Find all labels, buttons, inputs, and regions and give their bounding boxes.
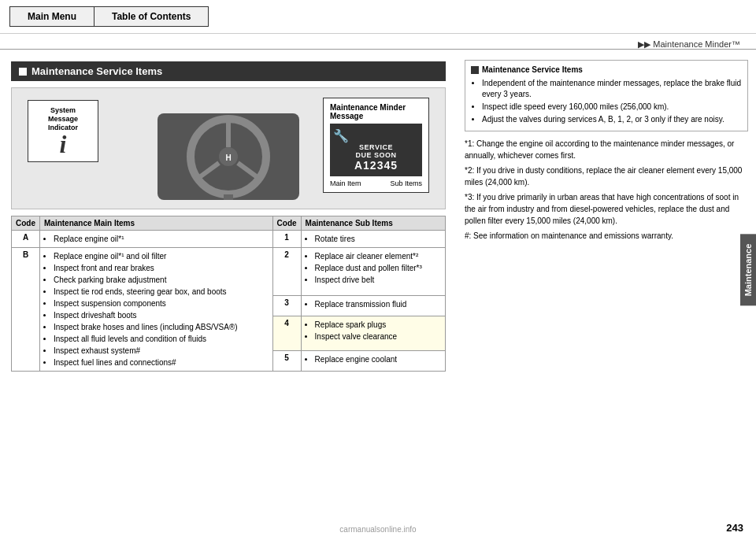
col-sub-items: Maintenance Sub Items (301, 216, 445, 231)
main-menu-button[interactable]: Main Menu (9, 6, 94, 27)
service-display: 🔧 SERVICE DUE SOON A12345 (330, 124, 422, 176)
svg-rect-7 (224, 194, 233, 200)
table-cell-items-3: Replace transmission fluid (301, 296, 445, 316)
table-cell-code-4: 4 (272, 316, 301, 351)
list-item: Replace engine oil*¹ (54, 233, 269, 245)
list-item: Inspect exhaust system# (54, 345, 269, 357)
list-item: Inspect driveshaft boots (54, 309, 269, 321)
breadcrumb: ▶▶ Maintenance Minder™ (638, 39, 740, 50)
steering-wheel-diagram: H (158, 98, 299, 200)
right-sidebar: Maintenance Service Items Independent of… (457, 54, 756, 540)
list-item: Inspect suspension components (54, 298, 269, 309)
list-item: Replace engine coolant (315, 353, 441, 365)
table-cell-items-b: Replace engine oil*¹ and oil filterInspe… (40, 248, 273, 372)
table-cell-code-a: A (12, 231, 40, 248)
footnote: *3: If you drive primarily in urban area… (465, 191, 748, 227)
main-layout: Maintenance Service Items System Message… (0, 54, 756, 540)
toc-button[interactable]: Table of Contents (94, 6, 209, 27)
right-tab: Maintenance (740, 235, 756, 306)
table-cell-code-1: 1 (272, 231, 301, 248)
service-title: SERVICE (333, 143, 419, 151)
sub-items-label: Sub Items (390, 179, 422, 187)
list-item: Inspect valve clearance (315, 331, 441, 342)
footnotes: *1: Change the engine oil according to t… (465, 138, 748, 242)
breadcrumb-text: ▶▶ Maintenance Minder™ (638, 39, 740, 49)
list-item: Inspect all fluid levels and condition o… (54, 333, 269, 345)
list-item: Inspect front and rear brakes (54, 262, 269, 274)
list-item: Replace engine oil*¹ and oil filter (54, 250, 269, 262)
right-tab-label: Maintenance (743, 244, 753, 297)
minder-message-box: Maintenance MinderMessage 🔧 SERVICE DUE … (323, 98, 429, 193)
table-cell-code-3: 3 (272, 296, 301, 316)
wrench-icon: 🔧 (333, 128, 419, 143)
list-item: Inspect tie rod ends, steering gear box,… (54, 286, 269, 298)
minder-box-title: Maintenance MinderMessage (330, 103, 422, 120)
left-content: Maintenance Service Items System Message… (0, 54, 457, 540)
footnote: *1: Change the engine oil according to t… (465, 138, 748, 161)
list-item: Replace spark plugs (315, 319, 441, 331)
section-title: Maintenance Service Items (32, 65, 162, 77)
section-icon (19, 68, 27, 76)
col-code-2: Code (272, 216, 301, 231)
watermark: carmanualsonline.info (339, 525, 416, 534)
note-title: Maintenance Service Items (471, 65, 742, 76)
diagram-area: System MessageIndicator i H (11, 87, 446, 209)
note-list: Independent of the maintenance minder me… (471, 78, 742, 125)
col-code-1: Code (12, 216, 40, 231)
list-item: Check parking brake adjustment (54, 274, 269, 286)
minder-labels: Main Item Sub Items (330, 179, 422, 187)
list-item: Inspect brake hoses and lines (including… (54, 321, 269, 333)
indicator-label: System MessageIndicator (48, 106, 78, 131)
service-code: A12345 (333, 159, 419, 172)
list-item: Inspect drive belt (315, 274, 441, 286)
table-cell-items-5: Replace engine coolant (301, 351, 445, 372)
table-cell-items-1: Rotate tires (301, 231, 445, 248)
note-title-text: Maintenance Service Items (482, 65, 583, 76)
note-list-item: Independent of the maintenance minder me… (482, 78, 742, 100)
section-header: Maintenance Service Items (11, 61, 446, 81)
top-navigation: Main Menu Table of Contents (0, 0, 756, 34)
table-cell-code-2: 2 (272, 248, 301, 296)
footnote: *2: If you drive in dusty conditions, re… (465, 165, 748, 188)
page-number: 243 (726, 522, 743, 534)
note-icon (471, 66, 479, 74)
table-cell-code-5: 5 (272, 351, 301, 372)
note-list-item: Inspect idle speed every 160,000 miles (… (482, 102, 742, 113)
list-item: Inspect fuel lines and connections# (54, 357, 269, 368)
list-item: Replace air cleaner element*² (315, 250, 441, 262)
list-item: Rotate tires (315, 233, 441, 245)
service-due: DUE SOON (333, 151, 419, 159)
note-list-item: Adjust the valves during services A, B, … (482, 114, 742, 125)
table-cell-items-2: Replace air cleaner element*²Replace dus… (301, 248, 445, 296)
table-cell-items-a: Replace engine oil*¹ (40, 231, 273, 248)
maintenance-table: Code Maintenance Main Items Code Mainten… (11, 216, 446, 372)
table-cell-code-b: B (12, 248, 40, 372)
info-icon: i (35, 131, 91, 157)
svg-text:H: H (225, 153, 231, 162)
footnote: #: See information on maintenance and em… (465, 230, 748, 242)
sidebar-note-box: Maintenance Service Items Independent of… (465, 60, 748, 131)
table-cell-items-4: Replace spark plugsInspect valve clearan… (301, 316, 445, 351)
list-item: Replace dust and pollen filter*³ (315, 262, 441, 274)
list-item: Replace transmission fluid (315, 298, 441, 310)
col-main-items: Maintenance Main Items (40, 216, 273, 231)
main-item-label: Main Item (330, 179, 361, 187)
indicator-box: System MessageIndicator i (28, 100, 98, 162)
